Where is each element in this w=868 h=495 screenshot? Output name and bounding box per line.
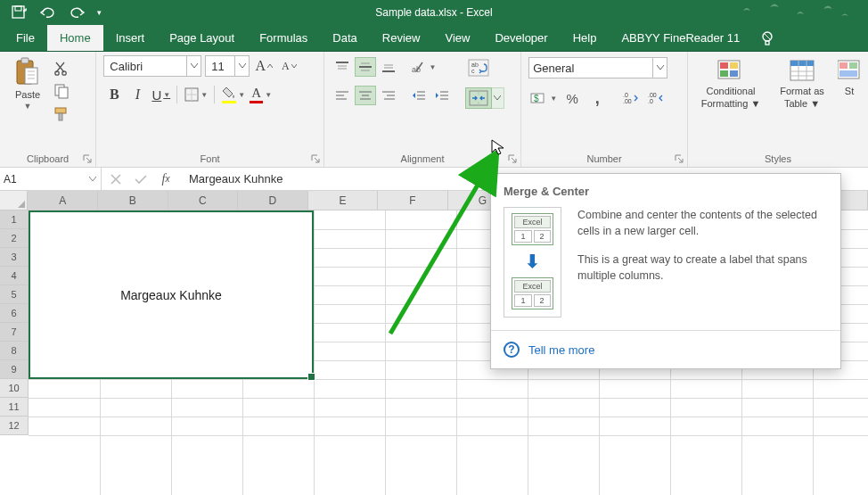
orientation-button[interactable]: ab▼ [410, 57, 437, 77]
row-header[interactable]: 11 [0, 398, 29, 417]
tab-developer[interactable]: Developer [482, 25, 560, 51]
undo-button[interactable] [34, 1, 62, 24]
bold-button[interactable]: B [103, 84, 125, 105]
row-header[interactable]: 1 [0, 210, 29, 229]
redo-button[interactable] [62, 1, 91, 24]
align-top-button[interactable] [332, 57, 353, 77]
row-header[interactable]: 3 [0, 248, 29, 267]
align-middle-button[interactable] [355, 57, 376, 77]
column-header[interactable]: C [168, 191, 239, 210]
wrap-text-button[interactable]: abc [465, 57, 492, 78]
decrease-font-button[interactable]: A [278, 55, 299, 77]
row-header[interactable]: 7 [0, 323, 29, 342]
merge-center-button[interactable] [465, 87, 492, 109]
chevron-down-icon[interactable]: ▼ [550, 95, 556, 103]
row-header[interactable]: 8 [0, 342, 29, 360]
svg-rect-58 [720, 62, 728, 69]
font-name-combo[interactable]: Calibri [103, 55, 201, 77]
row-header[interactable]: 6 [0, 304, 29, 323]
copy-button[interactable] [52, 82, 71, 100]
svg-rect-0 [12, 6, 24, 18]
tab-abbyy[interactable]: ABBYY FineReader 11 [609, 25, 752, 51]
merge-center-dropdown[interactable] [492, 87, 504, 109]
percent-button[interactable]: % [561, 87, 583, 109]
comma-button[interactable]: , [586, 87, 608, 109]
chevron-down-icon[interactable]: ▼ [238, 91, 244, 99]
number-format-combo[interactable]: General [528, 57, 667, 78]
save-icon[interactable] [5, 1, 34, 24]
decrease-indent-button[interactable] [408, 86, 430, 105]
font-color-button[interactable]: A▼ [248, 84, 273, 105]
align-left-button[interactable] [332, 86, 353, 105]
chevron-down-icon[interactable]: ▼ [265, 91, 271, 99]
clipboard-launcher[interactable] [81, 153, 94, 165]
column-header[interactable]: D [238, 191, 308, 210]
increase-font-button[interactable]: A [253, 55, 274, 77]
row-header[interactable]: 10 [0, 379, 29, 398]
row-header[interactable]: 2 [0, 229, 29, 248]
decrease-decimal-button[interactable]: .00.0 [645, 87, 667, 109]
format-painter-button[interactable] [52, 105, 71, 123]
column-header[interactable]: B [98, 191, 168, 210]
tooltip-help-link[interactable]: ? Tell me more [491, 330, 840, 368]
row-header[interactable]: 5 [0, 285, 29, 304]
row-header[interactable]: 4 [0, 267, 29, 285]
tell-me-icon[interactable] [757, 25, 777, 51]
number-launcher[interactable] [673, 153, 685, 165]
tooltip-merge-center: Merge & Center Excel12 ⬇ Excel12 Combine… [490, 173, 841, 369]
accounting-format-button[interactable]: $▼ [528, 87, 558, 109]
tooltip-link-label: Tell me more [528, 343, 594, 357]
chevron-down-icon[interactable]: ▼ [429, 63, 435, 71]
tab-home[interactable]: Home [47, 25, 103, 51]
column-header[interactable]: F [378, 191, 448, 210]
alignment-launcher[interactable] [506, 153, 519, 165]
tab-page-layout[interactable]: Page Layout [157, 25, 247, 51]
increase-indent-button[interactable] [431, 86, 453, 105]
merged-cell-a1-d9[interactable]: Margeaux Kuhnke [29, 210, 314, 379]
column-header[interactable]: A [28, 191, 98, 210]
svg-rect-6 [21, 58, 29, 63]
enter-formula-button[interactable] [128, 174, 153, 185]
tab-view[interactable]: View [432, 25, 482, 51]
tab-data[interactable]: Data [320, 25, 369, 51]
increase-decimal-button[interactable]: .0.00 [620, 87, 642, 109]
conditional-formatting-button[interactable]: Conditional Formatting ▼ [695, 59, 766, 109]
row-header[interactable]: 12 [0, 417, 29, 435]
chevron-down-icon[interactable] [652, 58, 667, 78]
svg-rect-70 [849, 62, 857, 69]
align-bottom-button[interactable] [378, 57, 399, 77]
tab-review[interactable]: Review [370, 25, 433, 51]
name-box[interactable]: A1 [0, 168, 102, 190]
chevron-down-icon[interactable] [85, 168, 101, 190]
cancel-formula-button[interactable] [103, 174, 128, 185]
bucket-icon [222, 86, 236, 103]
row-header[interactable]: 9 [0, 360, 29, 379]
chevron-down-icon[interactable]: ▼ [163, 91, 169, 99]
chevron-down-icon[interactable] [186, 56, 201, 76]
tab-help[interactable]: Help [561, 25, 610, 51]
select-all-button[interactable] [0, 191, 28, 210]
underline-button[interactable]: U▼ [150, 84, 171, 105]
column-header[interactable]: E [308, 191, 379, 210]
align-right-button[interactable] [378, 86, 399, 105]
insert-function-button[interactable]: fx [153, 172, 178, 186]
paste-button[interactable]: Paste ▼ [7, 55, 48, 112]
format-as-table-button[interactable]: Format as Table ▼ [772, 59, 832, 109]
chevron-down-icon[interactable]: ▼ [201, 91, 207, 99]
font-size-combo[interactable]: 11 [205, 55, 250, 77]
tab-formulas[interactable]: Formulas [247, 25, 320, 51]
tab-insert[interactable]: Insert [103, 25, 158, 51]
borders-button[interactable]: ▼ [183, 84, 209, 105]
ribbon: Paste ▼ Clipboard [0, 52, 868, 168]
chevron-down-icon[interactable] [234, 56, 249, 76]
cell-styles-button[interactable]: St [838, 59, 861, 96]
tab-file[interactable]: File [4, 25, 47, 51]
window-title: Sample data.xlsx - Excel [0, 6, 868, 19]
chevron-down-icon: ▼ [24, 102, 32, 111]
qat-customize-icon[interactable]: ▾ [91, 1, 107, 24]
font-launcher[interactable] [309, 153, 322, 165]
italic-button[interactable]: I [127, 84, 148, 105]
fill-color-button[interactable]: ▼ [220, 84, 246, 105]
align-center-button[interactable] [355, 86, 376, 105]
cut-button[interactable] [52, 59, 71, 77]
